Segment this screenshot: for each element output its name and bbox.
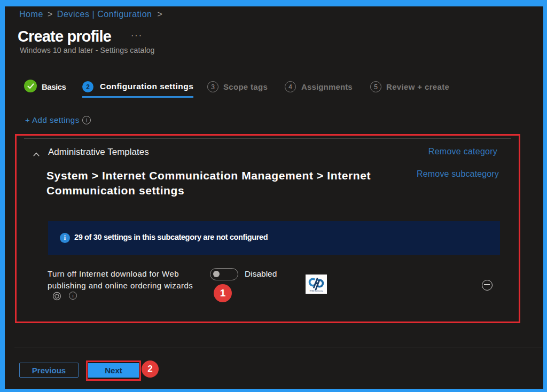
svg-text:HTMD Community: HTMD Community	[310, 290, 323, 292]
